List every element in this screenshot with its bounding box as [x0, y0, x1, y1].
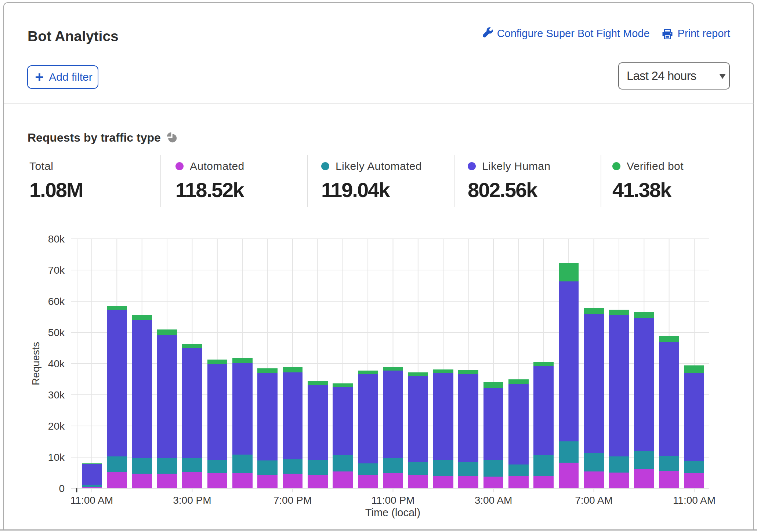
svg-text:70k: 70k — [48, 265, 65, 276]
svg-text:40k: 40k — [48, 358, 65, 369]
svg-text:Time (local): Time (local) — [365, 507, 420, 518]
svg-text:7:00 AM: 7:00 AM — [575, 495, 613, 506]
svg-text:50k: 50k — [48, 327, 65, 338]
svg-text:3:00 AM: 3:00 AM — [475, 495, 512, 506]
svg-text:Requests: Requests — [30, 342, 41, 385]
svg-text:11:00 AM: 11:00 AM — [70, 495, 113, 506]
svg-text:11:00 AM: 11:00 AM — [673, 495, 716, 506]
svg-text:3:00 PM: 3:00 PM — [173, 495, 211, 506]
svg-text:10k: 10k — [48, 452, 65, 463]
svg-text:0: 0 — [59, 483, 65, 494]
svg-text:20k: 20k — [48, 420, 65, 432]
svg-text:30k: 30k — [48, 389, 65, 401]
svg-text:11:00 PM: 11:00 PM — [372, 495, 415, 506]
svg-text:7:00 PM: 7:00 PM — [274, 495, 312, 506]
svg-text:80k: 80k — [48, 233, 65, 245]
svg-text:60k: 60k — [48, 296, 65, 307]
